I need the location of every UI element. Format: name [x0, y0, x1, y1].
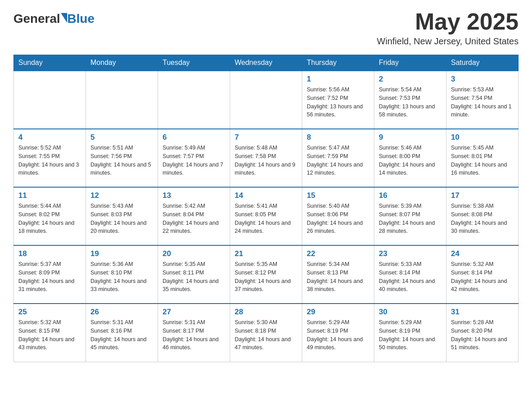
day-number: 8	[307, 133, 369, 142]
day-info: Sunrise: 5:40 AMSunset: 8:06 PMDaylight:…	[307, 202, 369, 235]
day-info: Sunrise: 5:49 AMSunset: 7:57 PMDaylight:…	[163, 144, 225, 177]
day-info: Sunrise: 5:34 AMSunset: 8:13 PMDaylight:…	[307, 260, 369, 294]
day-number: 13	[163, 191, 225, 200]
calendar-table: SundayMondayTuesdayWednesdayThursdayFrid…	[13, 55, 519, 362]
day-info: Sunrise: 5:43 AMSunset: 8:03 PMDaylight:…	[90, 202, 153, 235]
day-info: Sunrise: 5:29 AMSunset: 8:19 PMDaylight:…	[379, 318, 442, 352]
logo-triangle-icon	[61, 13, 67, 23]
calendar-cell: 4Sunrise: 5:52 AMSunset: 7:55 PMDaylight…	[14, 129, 86, 187]
calendar-week-row: 25Sunrise: 5:32 AMSunset: 8:15 PMDayligh…	[14, 304, 519, 362]
calendar-cell: 24Sunrise: 5:32 AMSunset: 8:14 PMDayligh…	[446, 245, 519, 304]
calendar-cell: 9Sunrise: 5:46 AMSunset: 8:00 PMDaylight…	[374, 129, 446, 187]
column-header-wednesday: Wednesday	[230, 55, 302, 71]
calendar-subtitle: Winfield, New Jersey, United States	[377, 36, 519, 47]
calendar-cell: 31Sunrise: 5:28 AMSunset: 8:20 PMDayligh…	[446, 304, 519, 362]
day-number: 3	[451, 75, 514, 84]
column-header-monday: Monday	[86, 55, 158, 71]
column-header-thursday: Thursday	[302, 55, 374, 71]
day-info: Sunrise: 5:36 AMSunset: 8:10 PMDaylight:…	[90, 260, 153, 294]
calendar-week-row: 11Sunrise: 5:44 AMSunset: 8:02 PMDayligh…	[14, 187, 519, 245]
day-info: Sunrise: 5:30 AMSunset: 8:18 PMDaylight:…	[235, 318, 297, 352]
day-number: 29	[307, 308, 369, 317]
calendar-cell: 13Sunrise: 5:42 AMSunset: 8:04 PMDayligh…	[158, 187, 230, 245]
calendar-cell: 30Sunrise: 5:29 AMSunset: 8:19 PMDayligh…	[374, 304, 446, 362]
calendar-cell: 22Sunrise: 5:34 AMSunset: 8:13 PMDayligh…	[302, 245, 374, 304]
title-section: May 2025 Winfield, New Jersey, United St…	[377, 9, 519, 47]
calendar-cell: 11Sunrise: 5:44 AMSunset: 8:02 PMDayligh…	[14, 187, 86, 245]
calendar-week-row: 4Sunrise: 5:52 AMSunset: 7:55 PMDaylight…	[14, 129, 519, 187]
day-number: 31	[451, 308, 514, 317]
calendar-cell: 26Sunrise: 5:31 AMSunset: 8:16 PMDayligh…	[86, 304, 158, 362]
calendar-week-row: 1Sunrise: 5:56 AMSunset: 7:52 PMDaylight…	[14, 71, 519, 129]
calendar-cell: 17Sunrise: 5:38 AMSunset: 8:08 PMDayligh…	[446, 187, 519, 245]
day-info: Sunrise: 5:33 AMSunset: 8:14 PMDaylight:…	[379, 260, 442, 294]
calendar-cell: 28Sunrise: 5:30 AMSunset: 8:18 PMDayligh…	[230, 304, 302, 362]
calendar-cell: 16Sunrise: 5:39 AMSunset: 8:07 PMDayligh…	[374, 187, 446, 245]
day-info: Sunrise: 5:45 AMSunset: 8:01 PMDaylight:…	[451, 144, 514, 177]
day-number: 23	[379, 249, 442, 258]
day-info: Sunrise: 5:52 AMSunset: 7:55 PMDaylight:…	[18, 144, 81, 177]
calendar-week-row: 18Sunrise: 5:37 AMSunset: 8:09 PMDayligh…	[14, 245, 519, 304]
day-number: 4	[18, 133, 81, 142]
calendar-cell: 7Sunrise: 5:48 AMSunset: 7:58 PMDaylight…	[230, 129, 302, 187]
day-info: Sunrise: 5:35 AMSunset: 8:11 PMDaylight:…	[163, 260, 225, 294]
logo-general-text: General	[13, 12, 60, 26]
day-info: Sunrise: 5:44 AMSunset: 8:02 PMDaylight:…	[18, 202, 81, 235]
calendar-cell: 19Sunrise: 5:36 AMSunset: 8:10 PMDayligh…	[86, 245, 158, 304]
day-number: 11	[18, 191, 81, 200]
day-info: Sunrise: 5:31 AMSunset: 8:17 PMDaylight:…	[163, 318, 225, 352]
day-number: 14	[235, 191, 297, 200]
calendar-cell: 20Sunrise: 5:35 AMSunset: 8:11 PMDayligh…	[158, 245, 230, 304]
day-number: 10	[451, 133, 514, 142]
day-number: 19	[90, 249, 153, 258]
calendar-cell: 2Sunrise: 5:54 AMSunset: 7:53 PMDaylight…	[374, 71, 446, 129]
day-number: 9	[379, 133, 442, 142]
logo-blue-text: Blue	[67, 12, 94, 26]
calendar-cell: 8Sunrise: 5:47 AMSunset: 7:59 PMDaylight…	[302, 129, 374, 187]
calendar-cell	[230, 71, 302, 129]
day-info: Sunrise: 5:32 AMSunset: 8:15 PMDaylight:…	[18, 318, 81, 352]
day-info: Sunrise: 5:37 AMSunset: 8:09 PMDaylight:…	[18, 260, 81, 294]
calendar-cell: 1Sunrise: 5:56 AMSunset: 7:52 PMDaylight…	[302, 71, 374, 129]
day-number: 2	[379, 75, 442, 84]
calendar-cell: 3Sunrise: 5:53 AMSunset: 7:54 PMDaylight…	[446, 71, 519, 129]
day-number: 27	[163, 308, 225, 317]
day-info: Sunrise: 5:38 AMSunset: 8:08 PMDaylight:…	[451, 202, 514, 235]
column-header-tuesday: Tuesday	[158, 55, 230, 71]
day-info: Sunrise: 5:41 AMSunset: 8:05 PMDaylight:…	[235, 202, 297, 235]
day-info: Sunrise: 5:42 AMSunset: 8:04 PMDaylight:…	[163, 202, 225, 235]
day-info: Sunrise: 5:46 AMSunset: 8:00 PMDaylight:…	[379, 144, 442, 177]
day-number: 26	[90, 308, 153, 317]
day-number: 21	[235, 249, 297, 258]
column-header-saturday: Saturday	[446, 55, 519, 71]
day-info: Sunrise: 5:53 AMSunset: 7:54 PMDaylight:…	[451, 86, 514, 119]
calendar-cell	[86, 71, 158, 129]
day-number: 24	[451, 249, 514, 258]
day-number: 6	[163, 133, 225, 142]
day-number: 18	[18, 249, 81, 258]
logo: General Blue	[13, 12, 94, 26]
day-number: 1	[307, 75, 369, 84]
day-number: 17	[451, 191, 514, 200]
day-number: 5	[90, 133, 153, 142]
calendar-cell: 6Sunrise: 5:49 AMSunset: 7:57 PMDaylight…	[158, 129, 230, 187]
day-number: 16	[379, 191, 442, 200]
day-info: Sunrise: 5:39 AMSunset: 8:07 PMDaylight:…	[379, 202, 442, 235]
calendar-cell: 18Sunrise: 5:37 AMSunset: 8:09 PMDayligh…	[14, 245, 86, 304]
calendar-cell: 12Sunrise: 5:43 AMSunset: 8:03 PMDayligh…	[86, 187, 158, 245]
day-info: Sunrise: 5:51 AMSunset: 7:56 PMDaylight:…	[90, 144, 153, 177]
day-info: Sunrise: 5:56 AMSunset: 7:52 PMDaylight:…	[307, 86, 369, 119]
calendar-cell	[158, 71, 230, 129]
calendar-cell: 25Sunrise: 5:32 AMSunset: 8:15 PMDayligh…	[14, 304, 86, 362]
calendar-cell: 15Sunrise: 5:40 AMSunset: 8:06 PMDayligh…	[302, 187, 374, 245]
day-info: Sunrise: 5:31 AMSunset: 8:16 PMDaylight:…	[90, 318, 153, 352]
day-info: Sunrise: 5:32 AMSunset: 8:14 PMDaylight:…	[451, 260, 514, 294]
day-info: Sunrise: 5:48 AMSunset: 7:58 PMDaylight:…	[235, 144, 297, 177]
calendar-cell: 14Sunrise: 5:41 AMSunset: 8:05 PMDayligh…	[230, 187, 302, 245]
day-number: 12	[90, 191, 153, 200]
calendar-title: May 2025	[377, 9, 519, 34]
day-info: Sunrise: 5:35 AMSunset: 8:12 PMDaylight:…	[235, 260, 297, 294]
column-header-sunday: Sunday	[14, 55, 86, 71]
day-number: 15	[307, 191, 369, 200]
day-number: 7	[235, 133, 297, 142]
